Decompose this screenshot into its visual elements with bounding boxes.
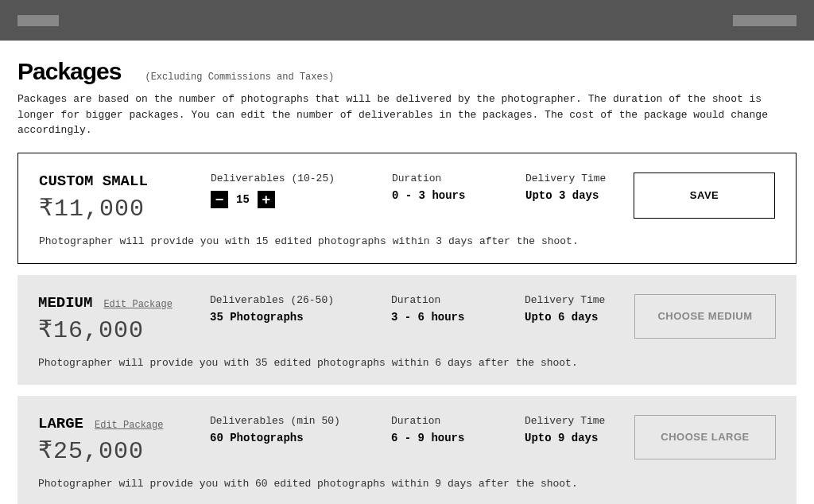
col-delivery: Delivery Time Upto 9 days xyxy=(525,415,620,444)
delivery-label: Delivery Time xyxy=(525,173,621,184)
package-price: ₹16,000 xyxy=(38,315,210,344)
delivery-value: Upto 9 days xyxy=(525,432,620,444)
choose-medium-button[interactable]: CHOOSE MEDIUM xyxy=(634,294,776,339)
package-name: MEDIUM xyxy=(38,294,92,312)
delivery-value: Upto 6 days xyxy=(525,311,620,324)
save-button[interactable]: SAVE xyxy=(634,173,775,219)
top-bar-right-placeholder xyxy=(733,15,797,26)
package-top: LARGE Edit Package ₹25,000 Deliverables … xyxy=(38,415,776,465)
deliverables-label: Deliverables (min 50) xyxy=(210,415,353,427)
stepper-value: 15 xyxy=(236,193,250,206)
edit-package-link[interactable]: Edit Package xyxy=(95,420,163,431)
col-deliverables: Deliverables (26-50) 35 Photographs xyxy=(210,294,353,324)
package-action: CHOOSE MEDIUM xyxy=(634,294,776,339)
package-name: LARGE xyxy=(38,415,83,432)
package-left: LARGE Edit Package ₹25,000 xyxy=(38,415,210,465)
deliverables-label: Deliverables (10-25) xyxy=(211,173,354,184)
delivery-label: Delivery Time xyxy=(525,415,620,427)
col-duration: Duration 0 - 3 hours xyxy=(392,173,487,208)
col-delivery: Delivery Time Upto 6 days xyxy=(525,294,620,324)
package-cols: Deliverables (10-25) − 15 + Duration 0 -… xyxy=(211,173,634,208)
delivery-value: Upto 3 days xyxy=(525,189,621,202)
package-action: SAVE xyxy=(634,173,775,219)
package-footer: Photographer will provide you with 60 ed… xyxy=(38,478,776,490)
package-left: MEDIUM Edit Package ₹16,000 xyxy=(38,294,210,344)
package-card-large: LARGE Edit Package ₹25,000 Deliverables … xyxy=(17,396,797,505)
page-description: Packages are based on the number of phot… xyxy=(17,91,781,138)
stepper-minus-button[interactable]: − xyxy=(211,191,228,208)
package-name: CUSTOM SMALL xyxy=(39,173,211,190)
package-price: ₹25,000 xyxy=(38,436,210,465)
duration-label: Duration xyxy=(392,173,487,184)
package-left: CUSTOM SMALL ₹11,000 xyxy=(39,173,211,223)
package-top: CUSTOM SMALL ₹11,000 Deliverables (10-25… xyxy=(39,173,775,223)
duration-label: Duration xyxy=(391,294,486,306)
package-footer: Photographer will provide you with 35 ed… xyxy=(38,357,776,369)
col-deliverables: Deliverables (10-25) − 15 + xyxy=(211,173,354,208)
package-price: ₹11,000 xyxy=(39,193,211,223)
col-duration: Duration 6 - 9 hours xyxy=(391,415,486,444)
package-card-medium: MEDIUM Edit Package ₹16,000 Deliverables… xyxy=(17,275,797,385)
deliverables-value: 60 Photographs xyxy=(210,432,353,444)
quantity-stepper: − 15 + xyxy=(211,191,354,208)
delivery-label: Delivery Time xyxy=(525,294,620,306)
duration-label: Duration xyxy=(391,415,486,427)
col-duration: Duration 3 - 6 hours xyxy=(391,294,486,324)
package-name-row: MEDIUM Edit Package xyxy=(38,294,210,312)
top-bar-left-placeholder xyxy=(17,15,59,26)
deliverables-value: 35 Photographs xyxy=(210,311,353,324)
col-deliverables: Deliverables (min 50) 60 Photographs xyxy=(210,415,353,444)
package-action: CHOOSE LARGE xyxy=(634,415,776,459)
stepper-plus-button[interactable]: + xyxy=(258,191,275,208)
choose-large-button[interactable]: CHOOSE LARGE xyxy=(634,415,776,459)
package-cols: Deliverables (26-50) 35 Photographs Dura… xyxy=(210,294,634,324)
duration-value: 3 - 6 hours xyxy=(391,311,486,324)
package-card-custom-small: CUSTOM SMALL ₹11,000 Deliverables (10-25… xyxy=(17,153,797,264)
edit-package-link[interactable]: Edit Package xyxy=(103,299,172,310)
package-top: MEDIUM Edit Package ₹16,000 Deliverables… xyxy=(38,294,776,344)
duration-value: 6 - 9 hours xyxy=(391,432,486,444)
deliverables-label: Deliverables (26-50) xyxy=(210,294,353,306)
package-cols: Deliverables (min 50) 60 Photographs Dur… xyxy=(210,415,634,444)
content-area: Packages (Excluding Commissions and Taxe… xyxy=(0,41,814,504)
page-title: Packages xyxy=(17,58,121,85)
page-subtitle: (Excluding Commissions and Taxes) xyxy=(145,72,334,83)
duration-value: 0 - 3 hours xyxy=(392,189,487,202)
package-name-row: LARGE Edit Package xyxy=(38,415,210,432)
col-delivery: Delivery Time Upto 3 days xyxy=(525,173,621,208)
top-bar xyxy=(0,0,814,41)
header-row: Packages (Excluding Commissions and Taxe… xyxy=(17,58,797,85)
package-footer: Photographer will provide you with 15 ed… xyxy=(39,235,775,247)
